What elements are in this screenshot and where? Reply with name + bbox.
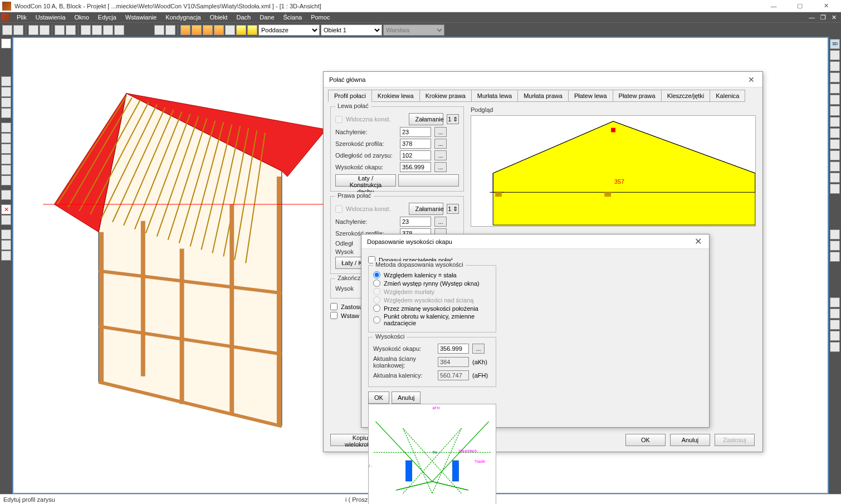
tb-save[interactable] bbox=[28, 25, 38, 35]
odl-left-more[interactable]: ... bbox=[434, 150, 447, 160]
r1-radio[interactable] bbox=[373, 271, 380, 278]
r2-radio[interactable] bbox=[373, 280, 380, 287]
tb-zoomfit[interactable] bbox=[103, 25, 113, 35]
tb-rotate[interactable] bbox=[165, 25, 175, 35]
menu-ustawienia[interactable]: Ustawienia bbox=[31, 13, 70, 22]
zalamanie-right-button[interactable]: Załamanie bbox=[409, 203, 443, 215]
th-more[interactable]: ... bbox=[472, 344, 485, 354]
rr-11[interactable] bbox=[830, 162, 840, 172]
nachylenie-right-more[interactable]: ... bbox=[434, 217, 447, 227]
lr-b4[interactable] bbox=[1, 108, 11, 118]
rr-12[interactable] bbox=[830, 173, 840, 183]
menu-sciana[interactable]: Ściana bbox=[279, 13, 307, 22]
kopiuj-prawa-button[interactable] bbox=[398, 174, 459, 187]
rr-19[interactable] bbox=[830, 320, 840, 330]
rr-14[interactable] bbox=[830, 229, 840, 239]
wys-left-more[interactable]: ... bbox=[434, 162, 447, 172]
rr-2[interactable] bbox=[830, 61, 840, 71]
tab-kalenica[interactable]: Kalenica bbox=[710, 90, 745, 102]
rr-15[interactable] bbox=[830, 241, 840, 251]
tab-kleszcze[interactable]: Kleszcze/jętki bbox=[661, 90, 711, 102]
lr-b6[interactable] bbox=[1, 133, 11, 143]
mdi-restore[interactable]: ❐ bbox=[818, 14, 828, 21]
storey-select[interactable]: Poddasze bbox=[258, 25, 320, 36]
tab-profil[interactable]: Profil połaci bbox=[328, 90, 372, 102]
rr-3[interactable] bbox=[830, 72, 840, 82]
lr-b9[interactable] bbox=[1, 165, 11, 175]
lr-del[interactable]: ✕ bbox=[1, 204, 11, 214]
rr-6[interactable] bbox=[830, 106, 840, 116]
menu-dach[interactable]: Dach bbox=[232, 13, 256, 22]
menu-plik[interactable]: Plik bbox=[12, 13, 31, 22]
tab-murlata-l[interactable]: Murłata lewa bbox=[471, 90, 518, 102]
lr-b1[interactable] bbox=[1, 76, 11, 86]
tb-sel[interactable] bbox=[225, 25, 235, 35]
lr-b13[interactable] bbox=[1, 229, 11, 239]
tab-platew-p[interactable]: Płatew prawa bbox=[613, 90, 662, 102]
tb-o4[interactable] bbox=[214, 25, 224, 35]
tb-y2[interactable] bbox=[247, 25, 257, 35]
tab-murlata-p[interactable]: Murłata prawa bbox=[517, 90, 569, 102]
close-button[interactable]: ✕ bbox=[813, 1, 839, 12]
object-select[interactable]: Obiekt 1 bbox=[321, 25, 382, 36]
th-input[interactable] bbox=[438, 344, 469, 354]
rr-10[interactable] bbox=[830, 150, 840, 160]
rr-8[interactable] bbox=[830, 128, 840, 138]
menu-dane[interactable]: Dane bbox=[255, 13, 278, 22]
tb-preview[interactable] bbox=[66, 25, 76, 35]
wstaw-check[interactable]: Wstaw w bbox=[330, 312, 338, 319]
dlg2-close-button[interactable]: ✕ bbox=[692, 236, 703, 247]
zastosuj-check[interactable]: Zastosuj bbox=[330, 303, 338, 310]
nachylenie-left-more[interactable]: ... bbox=[434, 127, 447, 137]
szer-left-more[interactable]: ... bbox=[434, 139, 447, 149]
tab-platew-l[interactable]: Płatew lewa bbox=[568, 90, 613, 102]
minimize-button[interactable]: — bbox=[761, 1, 786, 12]
szer-left-input[interactable] bbox=[400, 139, 431, 149]
menu-obiekt[interactable]: Obiekt bbox=[206, 13, 232, 22]
dlg1-close-button[interactable]: ✕ bbox=[746, 74, 757, 85]
tb-print[interactable] bbox=[55, 25, 65, 35]
zalamanie-right-spin[interactable]: 1 ⇕ bbox=[447, 204, 459, 214]
tb-o3[interactable] bbox=[203, 25, 213, 35]
tab-krokiew-p[interactable]: Krokiew prawa bbox=[419, 90, 472, 102]
ok-button[interactable]: OK bbox=[368, 392, 389, 404]
rr-13[interactable] bbox=[830, 184, 840, 194]
menu-kondygnacja[interactable]: Kondygnacja bbox=[161, 13, 206, 22]
tb-o2[interactable] bbox=[192, 25, 202, 35]
zalamanie-left-spin[interactable]: 1 ⇕ bbox=[447, 114, 459, 124]
lr-b7[interactable] bbox=[1, 144, 11, 154]
menu-okno[interactable]: Okno bbox=[70, 13, 94, 22]
tb-move[interactable] bbox=[154, 25, 164, 35]
wys-left-input[interactable] bbox=[400, 162, 431, 172]
r5-radio[interactable] bbox=[373, 305, 380, 312]
rr-16[interactable] bbox=[830, 252, 840, 262]
lr-b12[interactable] bbox=[1, 215, 11, 225]
tab-krokiew-l[interactable]: Krokiew lewa bbox=[371, 90, 420, 102]
rr-7[interactable] bbox=[830, 117, 840, 127]
menu-pomoc[interactable]: Pomoc bbox=[306, 13, 334, 22]
nachylenie-left-input[interactable] bbox=[400, 127, 431, 137]
lr-b5[interactable] bbox=[1, 123, 11, 133]
anuluj-button[interactable]: Anuluj bbox=[392, 392, 421, 404]
rr-20[interactable] bbox=[830, 331, 840, 341]
zastosuj-button[interactable]: Zastosuj bbox=[715, 434, 755, 446]
rr-18[interactable] bbox=[830, 309, 840, 319]
laty-left-button[interactable]: Łaty / Konstrukcja dachu bbox=[335, 174, 396, 187]
mdi-close[interactable]: ✕ bbox=[829, 14, 839, 21]
zalamanie-left-button[interactable]: Załamanie bbox=[409, 113, 443, 125]
rr-1[interactable] bbox=[830, 50, 840, 60]
tb-new[interactable] bbox=[2, 25, 12, 35]
rr-21[interactable] bbox=[830, 342, 840, 352]
lr-b8[interactable] bbox=[1, 154, 11, 164]
rr-4[interactable] bbox=[830, 84, 840, 94]
rr-5[interactable] bbox=[830, 95, 840, 105]
tb-saveall[interactable] bbox=[40, 25, 50, 35]
lr-b10[interactable] bbox=[1, 175, 11, 185]
r6-radio[interactable] bbox=[373, 316, 380, 324]
rr-9[interactable] bbox=[830, 139, 840, 149]
rr-17[interactable] bbox=[830, 297, 840, 307]
tb-o1[interactable] bbox=[180, 25, 190, 35]
tb-y1[interactable] bbox=[236, 25, 246, 35]
lr-b14[interactable] bbox=[1, 240, 11, 250]
lr-b11[interactable] bbox=[1, 190, 11, 200]
